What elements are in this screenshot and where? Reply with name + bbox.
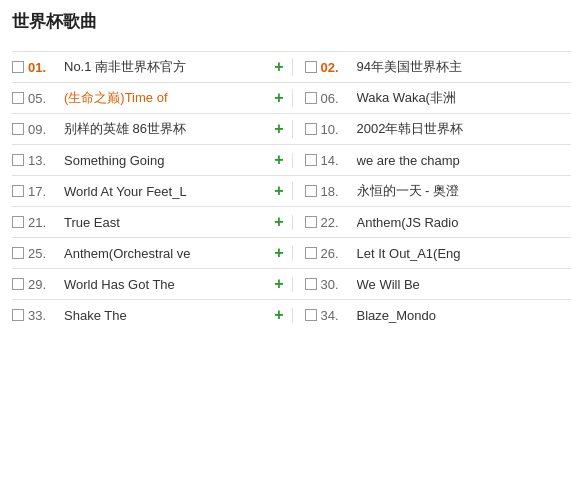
song-title-left[interactable]: World At Your Feet_L [64, 184, 268, 199]
table-row: 33.Shake The+34.Blaze_Mondo [12, 299, 571, 330]
song-number-left: 17. [28, 184, 60, 199]
song-title-right[interactable]: We Will Be [357, 277, 572, 292]
song-entry-right: 30.We Will Be [292, 277, 572, 292]
add-song-button-left[interactable]: + [274, 58, 283, 76]
song-entry-right: 34.Blaze_Mondo [292, 308, 572, 323]
song-title-left[interactable]: (生命之巅)Time of [64, 89, 268, 107]
song-title-right[interactable]: 永恒的一天 - 奥澄 [357, 182, 572, 200]
add-song-button-left[interactable]: + [274, 182, 283, 200]
song-number-right: 30. [321, 277, 353, 292]
song-number-left: 05. [28, 91, 60, 106]
checkbox-left[interactable] [12, 278, 24, 290]
song-title-left[interactable]: Something Going [64, 153, 268, 168]
song-title-left[interactable]: 别样的英雄 86世界杯 [64, 120, 268, 138]
checkbox-right[interactable] [305, 247, 317, 259]
checkbox-left[interactable] [12, 123, 24, 135]
checkbox-left[interactable] [12, 154, 24, 166]
song-number-left: 09. [28, 122, 60, 137]
song-number-right: 34. [321, 308, 353, 323]
song-entry-right: 14.we are the champ [292, 153, 572, 168]
song-entry-left: 21.True East+ [12, 213, 292, 231]
add-song-button-left[interactable]: + [274, 244, 283, 262]
song-entry-left: 01.No.1 南非世界杯官方+ [12, 58, 292, 76]
song-entry-right: 26.Let It Out_A1(Eng [292, 246, 572, 261]
song-entry-left: 17.World At Your Feet_L+ [12, 182, 292, 200]
song-entry-left: 33.Shake The+ [12, 306, 292, 324]
song-title-right[interactable]: Blaze_Mondo [357, 308, 572, 323]
checkbox-left[interactable] [12, 309, 24, 321]
song-number-right: 26. [321, 246, 353, 261]
checkbox-left[interactable] [12, 92, 24, 104]
song-title-right[interactable]: 2002年韩日世界杯 [357, 120, 572, 138]
checkbox-left[interactable] [12, 247, 24, 259]
song-title-left[interactable]: No.1 南非世界杯官方 [64, 58, 268, 76]
song-title-left[interactable]: Anthem(Orchestral ve [64, 246, 268, 261]
song-number-left: 33. [28, 308, 60, 323]
song-number-right: 22. [321, 215, 353, 230]
song-number-right: 02. [321, 60, 353, 75]
table-row: 05.(生命之巅)Time of+06.Waka Waka(非洲 [12, 82, 571, 113]
table-row: 17.World At Your Feet_L+18.永恒的一天 - 奥澄 [12, 175, 571, 206]
song-number-left: 21. [28, 215, 60, 230]
song-entry-left: 13.Something Going+ [12, 151, 292, 169]
song-number-right: 18. [321, 184, 353, 199]
song-number-right: 10. [321, 122, 353, 137]
table-row: 13.Something Going+14.we are the champ [12, 144, 571, 175]
table-row: 01.No.1 南非世界杯官方+02.94年美国世界杯主 [12, 51, 571, 82]
add-song-button-left[interactable]: + [274, 213, 283, 231]
song-entry-left: 29.World Has Got The+ [12, 275, 292, 293]
song-number-left: 29. [28, 277, 60, 292]
song-title-right[interactable]: Waka Waka(非洲 [357, 89, 572, 107]
song-entry-left: 05.(生命之巅)Time of+ [12, 89, 292, 107]
checkbox-right[interactable] [305, 185, 317, 197]
table-row: 25.Anthem(Orchestral ve+26.Let It Out_A1… [12, 237, 571, 268]
table-row: 29.World Has Got The+30.We Will Be [12, 268, 571, 299]
song-number-right: 14. [321, 153, 353, 168]
page-container: 世界杯歌曲 01.No.1 南非世界杯官方+02.94年美国世界杯主05.(生命… [0, 0, 583, 340]
song-entry-right: 10.2002年韩日世界杯 [292, 120, 572, 138]
add-song-button-left[interactable]: + [274, 89, 283, 107]
checkbox-right[interactable] [305, 123, 317, 135]
song-title-right[interactable]: Let It Out_A1(Eng [357, 246, 572, 261]
checkbox-right[interactable] [305, 216, 317, 228]
song-list: 01.No.1 南非世界杯官方+02.94年美国世界杯主05.(生命之巅)Tim… [12, 51, 571, 330]
song-entry-right: 06.Waka Waka(非洲 [292, 89, 572, 107]
checkbox-left[interactable] [12, 216, 24, 228]
checkbox-right[interactable] [305, 278, 317, 290]
add-song-button-left[interactable]: + [274, 306, 283, 324]
page-title: 世界杯歌曲 [12, 10, 571, 39]
song-entry-right: 22.Anthem(JS Radio [292, 215, 572, 230]
table-row: 21.True East+22.Anthem(JS Radio [12, 206, 571, 237]
song-number-right: 06. [321, 91, 353, 106]
song-number-left: 25. [28, 246, 60, 261]
song-title-right[interactable]: 94年美国世界杯主 [357, 58, 572, 76]
song-title-left[interactable]: Shake The [64, 308, 268, 323]
song-entry-left: 25.Anthem(Orchestral ve+ [12, 244, 292, 262]
checkbox-right[interactable] [305, 61, 317, 73]
song-number-left: 13. [28, 153, 60, 168]
table-row: 09.别样的英雄 86世界杯+10.2002年韩日世界杯 [12, 113, 571, 144]
checkbox-right[interactable] [305, 309, 317, 321]
checkbox-right[interactable] [305, 154, 317, 166]
song-title-left[interactable]: True East [64, 215, 268, 230]
add-song-button-left[interactable]: + [274, 151, 283, 169]
song-entry-right: 18.永恒的一天 - 奥澄 [292, 182, 572, 200]
song-entry-right: 02.94年美国世界杯主 [292, 58, 572, 76]
add-song-button-left[interactable]: + [274, 120, 283, 138]
checkbox-left[interactable] [12, 61, 24, 73]
add-song-button-left[interactable]: + [274, 275, 283, 293]
song-title-right[interactable]: we are the champ [357, 153, 572, 168]
checkbox-left[interactable] [12, 185, 24, 197]
song-title-right[interactable]: Anthem(JS Radio [357, 215, 572, 230]
song-number-left: 01. [28, 60, 60, 75]
song-title-left[interactable]: World Has Got The [64, 277, 268, 292]
song-entry-left: 09.别样的英雄 86世界杯+ [12, 120, 292, 138]
checkbox-right[interactable] [305, 92, 317, 104]
